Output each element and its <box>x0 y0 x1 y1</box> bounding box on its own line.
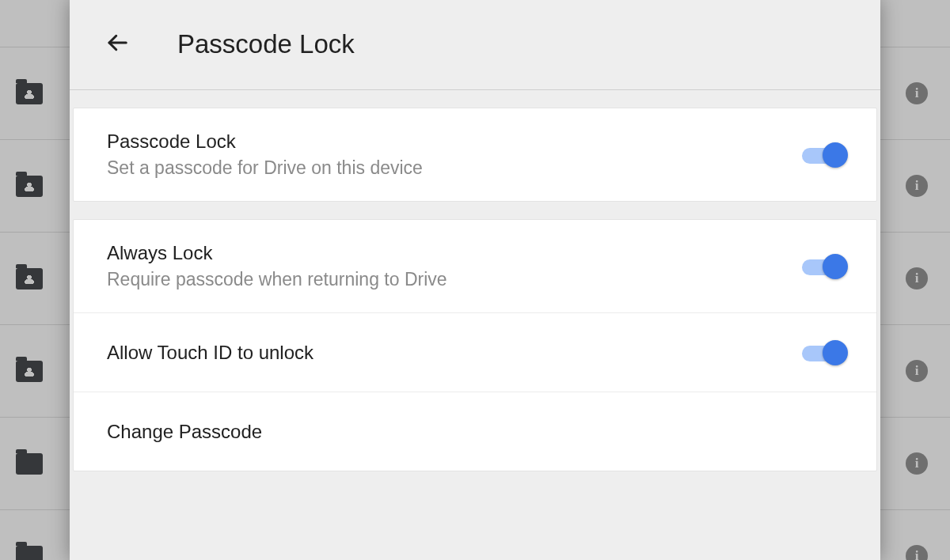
info-icon: i <box>906 452 928 475</box>
row-change-passcode[interactable]: Change Passcode <box>74 392 876 471</box>
toggle-always-lock[interactable] <box>802 253 848 280</box>
info-icon: i <box>906 360 928 382</box>
back-button[interactable] <box>101 28 133 60</box>
panel-header: Passcode Lock <box>70 0 880 90</box>
panel-body: Passcode Lock Set a passcode for Drive o… <box>70 90 880 489</box>
info-icon: i <box>906 175 928 197</box>
folder-icon <box>16 361 43 382</box>
row-touch-id[interactable]: Allow Touch ID to unlock <box>74 312 876 392</box>
info-icon: i <box>906 267 928 289</box>
row-title: Passcode Lock <box>107 131 423 153</box>
row-always-lock[interactable]: Always Lock Require passcode when return… <box>74 220 876 312</box>
row-title: Always Lock <box>107 242 447 264</box>
folder-icon <box>16 176 43 197</box>
row-title: Change Passcode <box>107 421 262 443</box>
row-passcode-lock[interactable]: Passcode Lock Set a passcode for Drive o… <box>74 108 876 201</box>
row-title: Allow Touch ID to unlock <box>107 342 314 364</box>
row-subtitle: Require passcode when returning to Drive <box>107 269 447 290</box>
page-title: Passcode Lock <box>177 29 355 59</box>
settings-group-passcode: Passcode Lock Set a passcode for Drive o… <box>73 108 877 202</box>
arrow-left-icon <box>105 31 129 57</box>
settings-panel: Passcode Lock Passcode Lock Set a passco… <box>70 0 880 560</box>
folder-icon <box>16 453 43 475</box>
folder-icon <box>16 268 43 289</box>
toggle-touch-id[interactable] <box>802 339 848 366</box>
folder-icon <box>16 83 43 104</box>
settings-group-options: Always Lock Require passcode when return… <box>73 219 877 471</box>
info-icon: i <box>906 82 928 104</box>
info-icon: i <box>906 545 928 560</box>
row-subtitle: Set a passcode for Drive on this device <box>107 157 423 179</box>
toggle-passcode-lock[interactable] <box>802 142 848 168</box>
folder-icon <box>16 546 43 561</box>
